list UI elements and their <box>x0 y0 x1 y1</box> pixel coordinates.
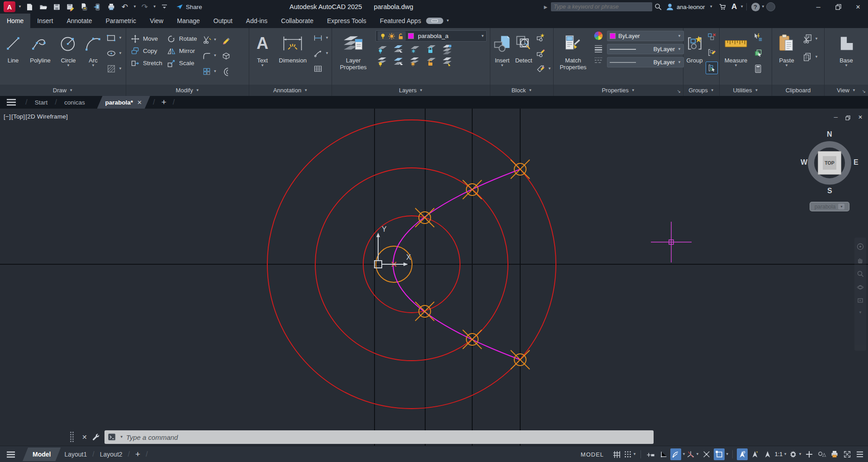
command-line-bar[interactable]: ✕ ▼ <box>70 429 654 445</box>
viewcube-east[interactable]: E <box>854 158 859 167</box>
polar-tracking-toggle[interactable] <box>670 448 681 460</box>
layer-match-button[interactable] <box>441 56 454 67</box>
quick-calculator-button[interactable] <box>753 62 764 75</box>
dimension-button[interactable]: Dimension <box>276 28 309 64</box>
navbar-caret-icon[interactable]: ▼ <box>859 311 862 314</box>
layer-freeze-button[interactable] <box>409 43 421 54</box>
select-similar-button[interactable] <box>753 47 764 59</box>
ribbon-display-caret-icon[interactable]: ▼ <box>446 19 450 23</box>
drawing-viewport[interactable]: YX [−][Top][2D Wireframe] ─ ✕ N W E S TO… <box>0 109 868 446</box>
layout-tab-layout2[interactable]: Layout2 <box>96 451 126 458</box>
minimize-button[interactable]: ─ <box>808 0 828 14</box>
file-tab-start[interactable]: Start <box>30 99 52 106</box>
layer-thaw-button[interactable] <box>409 56 421 67</box>
view-launcher-icon[interactable]: ↘ <box>862 89 866 94</box>
detect-button[interactable]: Detect <box>514 28 533 64</box>
layer-isolate-button[interactable] <box>393 43 405 54</box>
trim-button[interactable]: ▼ <box>202 33 217 46</box>
ortho-toggle[interactable] <box>658 448 669 460</box>
save-button[interactable] <box>52 1 62 12</box>
circle-caret-icon[interactable]: ▼ <box>66 64 70 67</box>
clean-screen-button[interactable] <box>842 448 853 460</box>
navigation-bar[interactable]: ▼ <box>854 238 866 351</box>
copy-button[interactable]: Copy <box>131 45 162 57</box>
restore-button[interactable] <box>828 0 848 14</box>
arc-button[interactable]: Arc ▼ <box>83 28 104 67</box>
fillet-button[interactable]: ▼ <box>202 49 217 62</box>
text-caret-icon[interactable]: ▼ <box>261 64 264 67</box>
quick-select-button[interactable] <box>753 31 764 43</box>
scale-caret-icon[interactable]: ▼ <box>783 452 787 456</box>
command-history-caret-icon[interactable]: ▼ <box>120 435 123 439</box>
edit-block-button[interactable] <box>535 47 551 59</box>
group-button[interactable]: Group <box>685 28 704 64</box>
undo-caret-icon[interactable]: ▼ <box>133 5 137 9</box>
save-as-button[interactable] <box>65 1 76 12</box>
object-color-dropdown[interactable]: ByLayer ▼ <box>607 31 684 41</box>
copy-clip-button[interactable]: ▼ <box>802 51 818 63</box>
store-button[interactable] <box>716 1 728 13</box>
explode-button[interactable] <box>221 49 231 62</box>
panel-label-utilities[interactable]: Utilities▼ <box>720 85 772 96</box>
line-button[interactable]: Line <box>2 28 24 64</box>
command-input[interactable] <box>126 433 650 441</box>
match-properties-button[interactable]: Match Properties <box>556 28 590 71</box>
snap-caret-icon[interactable]: ▼ <box>633 452 636 456</box>
lineweight-dropdown[interactable]: ByLayer ▼ <box>607 44 684 54</box>
command-input-field[interactable]: ▼ <box>104 430 654 444</box>
tab-featured-apps[interactable]: Featured Apps <box>373 14 428 28</box>
layer-color-swatch[interactable] <box>408 33 414 39</box>
base-button[interactable]: Base ▼ <box>833 28 860 67</box>
plot-button[interactable] <box>106 1 117 12</box>
insert-caret-icon[interactable]: ▼ <box>500 64 504 67</box>
polyline-button[interactable]: Polyline <box>27 28 54 64</box>
leader-button[interactable]: ▼ <box>313 47 329 60</box>
close-button[interactable]: ✕ <box>848 0 868 14</box>
feedback-button[interactable] <box>765 1 777 13</box>
rectangle-button[interactable]: ▼ <box>106 32 122 44</box>
orbit-icon[interactable] <box>857 284 864 291</box>
layout-menu-icon[interactable] <box>6 451 15 458</box>
layer-off-button[interactable] <box>376 43 389 54</box>
leader-caret-icon[interactable]: ▼ <box>325 52 329 55</box>
circle-button[interactable]: Circle ▼ <box>56 28 81 67</box>
help-caret-icon[interactable]: ▼ <box>761 5 765 9</box>
viewport-minimize-icon[interactable]: ─ <box>834 114 838 120</box>
user-name[interactable]: ana-leonor <box>677 4 705 10</box>
group-edit-button[interactable] <box>707 46 717 59</box>
dynamic-input-toggle[interactable] <box>645 448 656 460</box>
redo-button[interactable]: ↷ <box>139 1 150 12</box>
share-button[interactable]: Share <box>175 3 202 10</box>
snap-toggle[interactable]: ▼ <box>624 448 636 460</box>
layer-unlock-button[interactable] <box>425 56 437 67</box>
ucs-dropdown[interactable]: parabola ▼ <box>810 202 849 211</box>
offset-button[interactable] <box>221 65 231 78</box>
model-space-label[interactable]: MODEL <box>581 451 604 458</box>
command-prompt-icon[interactable] <box>108 433 117 441</box>
group-selection-toggle[interactable] <box>706 62 718 74</box>
layer-on-button[interactable] <box>376 56 389 67</box>
hatch-button[interactable]: ▼ <box>106 62 122 75</box>
autodesk-mark-icon[interactable]: A <box>728 1 740 13</box>
mirror-button[interactable]: Mirror <box>167 45 197 57</box>
workspace-caret-icon[interactable]: ▼ <box>798 452 802 456</box>
tab-manage[interactable]: Manage <box>170 14 207 28</box>
search-input[interactable] <box>554 4 650 10</box>
fillet-caret-icon[interactable]: ▼ <box>213 54 217 57</box>
viewport-close-icon[interactable]: ✕ <box>858 114 863 120</box>
layer-unisolate-button[interactable] <box>393 56 405 67</box>
tab-add-ins[interactable]: Add-ins <box>239 14 274 28</box>
tab-home[interactable]: Home <box>0 14 30 28</box>
command-drag-handle[interactable] <box>70 432 74 443</box>
redo-caret-icon[interactable]: ▼ <box>153 5 157 9</box>
stretch-button[interactable]: Stretch <box>131 57 162 69</box>
panel-label-modify[interactable]: Modify▼ <box>126 85 249 96</box>
annotation-autoscale-toggle[interactable] <box>749 448 760 460</box>
insert-button[interactable]: Insert ▼ <box>492 28 512 67</box>
cut-caret-icon[interactable]: ▼ <box>815 37 818 41</box>
ellipse-caret-icon[interactable]: ▼ <box>119 52 122 55</box>
viewcube[interactable]: N W E S TOP <box>800 129 859 198</box>
open-file-button[interactable] <box>38 1 49 12</box>
tab-collaborate[interactable]: Collaborate <box>274 14 320 28</box>
show-motion-icon[interactable] <box>857 297 864 305</box>
